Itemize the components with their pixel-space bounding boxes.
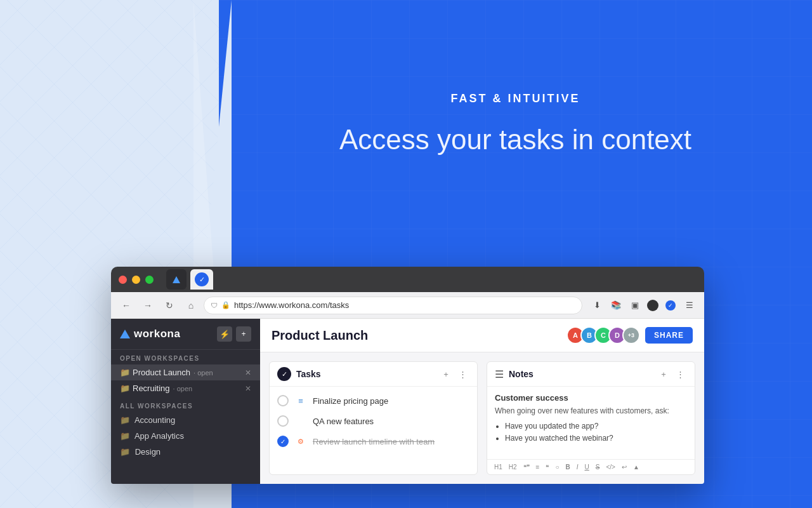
- workspace-name: Accounting: [134, 415, 175, 425]
- folder-icon: 📁: [120, 415, 130, 425]
- workspace-item-text: Product Launch: [133, 368, 190, 377]
- columns-area: ✓ Tasks + ⋮ ≡ Finalize pricing page: [260, 352, 704, 484]
- workspace-open-badge: · open: [193, 369, 213, 377]
- undo-button[interactable]: ↩: [620, 463, 629, 471]
- open-workspaces-label: OPEN WORKSPACES: [111, 350, 260, 364]
- browser-titlebar: ✓: [111, 267, 704, 292]
- task-checkbox[interactable]: [277, 395, 289, 406]
- sidebar-logo: workona: [120, 328, 180, 340]
- task-text: QA new features: [313, 417, 374, 426]
- browser-navbar: ← → ↻ ⌂ 🛡 🔒 https://www.workona.com/task…: [111, 292, 704, 319]
- notes-toolbar: H1 H2 ❝❞ ≡ ❝ ○ B I U S </> ↩ ▲: [487, 459, 695, 474]
- notes-menu-button[interactable]: ⋮: [673, 367, 687, 381]
- workspace-item-design[interactable]: 📁 Design: [111, 444, 260, 460]
- quote-button[interactable]: ❝❞: [521, 463, 532, 471]
- close-button[interactable]: [119, 276, 127, 284]
- workspace-name: App Analytics: [134, 431, 184, 441]
- folder-icon: 📁: [120, 384, 130, 393]
- list-button[interactable]: ≡: [534, 463, 542, 471]
- home-button[interactable]: ⌂: [182, 297, 200, 314]
- forward-button[interactable]: →: [139, 297, 157, 314]
- download-button[interactable]: ⬇: [589, 297, 605, 314]
- avatar-more: +3: [622, 326, 640, 344]
- workspace-item-recruiting[interactable]: 📁 Recruiting · open ✕: [111, 380, 260, 396]
- code-button[interactable]: </>: [604, 463, 617, 471]
- workona-logo-icon: [120, 330, 130, 338]
- lightning-button[interactable]: ⚡: [217, 326, 232, 342]
- url-text: https://www.workona.com/tasks: [234, 300, 349, 310]
- task-item[interactable]: ≡ Finalize pricing page: [270, 391, 477, 411]
- address-bar[interactable]: 🛡 🔒 https://www.workona.com/tasks: [204, 297, 582, 314]
- workspace-open-badge: · open: [173, 385, 193, 392]
- doc-icon: ≡: [295, 395, 306, 406]
- reload-button[interactable]: ↻: [160, 297, 178, 314]
- workona-logo-icon: [173, 276, 180, 283]
- tasks-column: ✓ Tasks + ⋮ ≡ Finalize pricing page: [269, 361, 478, 475]
- browser-window: ✓ ← → ↻ ⌂ 🛡 🔒 https://www.workona.com/ta…: [111, 267, 704, 484]
- add-workspace-button[interactable]: +: [236, 326, 251, 342]
- note-subtitle: When going over new features with custom…: [495, 406, 687, 415]
- zapier-icon: ⚙: [295, 436, 306, 447]
- task-checkbox[interactable]: [277, 415, 289, 427]
- shield-icon: 🛡: [211, 302, 218, 309]
- menu-button[interactable]: ☰: [681, 297, 698, 314]
- workspace-item-text: Recruiting: [133, 384, 170, 393]
- strikethrough-button[interactable]: S: [594, 463, 602, 471]
- notes-content: Customer success When going over new fea…: [487, 387, 695, 451]
- workona-tab[interactable]: [166, 269, 187, 290]
- folder-icon: 📁: [120, 368, 130, 377]
- bold-button[interactable]: B: [563, 463, 572, 471]
- tasks-menu-button[interactable]: ⋮: [455, 367, 469, 381]
- note-list-item: Have you watched the webinar?: [505, 432, 687, 444]
- maximize-button[interactable]: [145, 276, 154, 284]
- workspace-title: Product Launch: [272, 328, 368, 343]
- note-title: Customer success: [495, 393, 687, 403]
- sidebar-toggle-button[interactable]: ▣: [627, 297, 643, 314]
- bookmarks-button[interactable]: 📚: [608, 297, 624, 314]
- underline-button[interactable]: U: [583, 463, 591, 471]
- workspace-item-accounting[interactable]: 📁 Accounting: [111, 412, 260, 428]
- active-tab-icon: ✓: [195, 272, 209, 286]
- workona-nav-icon: ✓: [665, 300, 676, 311]
- task-item[interactable]: QA new features: [270, 411, 477, 431]
- hr-button[interactable]: ○: [553, 463, 561, 471]
- workspace-name: Design: [135, 447, 160, 457]
- notes-col-actions: + ⋮: [657, 367, 687, 381]
- notes-list: Have you updated the app? Have you watch…: [495, 420, 687, 444]
- close-workspace-icon[interactable]: ✕: [245, 368, 251, 377]
- plus-icon: +: [241, 330, 246, 338]
- header-right: A B C D +3 SHARE: [566, 326, 693, 344]
- italic-button[interactable]: I: [575, 463, 580, 471]
- close-workspace-icon[interactable]: ✕: [245, 384, 251, 393]
- notes-column-title: Notes: [509, 369, 652, 379]
- folder-icon: 📁: [120, 447, 130, 457]
- sidebar-header-actions: ⚡ +: [217, 326, 251, 342]
- hero-subtitle: Access your tasks in context: [251, 123, 780, 157]
- tasks-col-actions: + ⋮: [439, 367, 469, 381]
- workspace-item-app-analytics[interactable]: 📁 App Analytics: [111, 428, 260, 444]
- back-button[interactable]: ←: [117, 297, 135, 314]
- workona-button[interactable]: ✓: [662, 297, 679, 314]
- h1-button[interactable]: H1: [492, 463, 504, 471]
- notes-icon: ☰: [495, 368, 504, 380]
- sidebar-header: workona ⚡ +: [111, 319, 260, 350]
- redo-button[interactable]: ▲: [631, 463, 641, 471]
- task-item[interactable]: ✓ ⚙ Review launch timeline with team: [270, 431, 477, 451]
- active-tab[interactable]: ✓: [190, 269, 213, 290]
- tasks-column-title: Tasks: [296, 369, 434, 379]
- add-note-button[interactable]: +: [657, 367, 671, 381]
- avatar-group: A B C D +3: [566, 326, 640, 344]
- main-content: Product Launch A B C D +3 SHARE: [260, 319, 704, 484]
- task-checkbox-checked[interactable]: ✓: [277, 436, 289, 447]
- tab-area: ✓: [166, 269, 213, 290]
- note-list-item: Have you updated the app?: [505, 420, 687, 432]
- dark-mode-button[interactable]: ●: [647, 300, 658, 311]
- notes-column: ☰ Notes + ⋮ Customer success When going …: [487, 361, 695, 475]
- blockquote-button[interactable]: ❝: [544, 463, 551, 471]
- minimize-button[interactable]: [132, 276, 140, 284]
- share-button[interactable]: SHARE: [645, 327, 693, 344]
- h2-button[interactable]: H2: [507, 463, 519, 471]
- workspace-item-product-launch[interactable]: 📁 Product Launch · open ✕: [111, 364, 260, 380]
- add-task-button[interactable]: +: [439, 367, 453, 381]
- task-list: ≡ Finalize pricing page QA new features …: [270, 387, 477, 455]
